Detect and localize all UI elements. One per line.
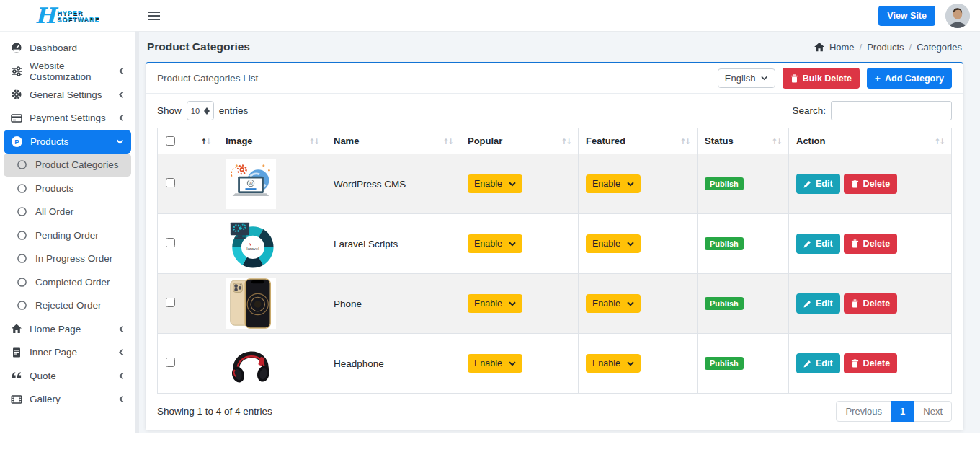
status-badge: Publish	[705, 237, 744, 250]
circle-outline-icon	[16, 182, 28, 195]
breadcrumb-separator: /	[909, 42, 912, 53]
column-header-name[interactable]: Name↑↓	[326, 128, 460, 154]
brand-logo[interactable]: H HYPER SOFTWARE	[0, 0, 135, 32]
sidebar-item-general-settings[interactable]: General Settings	[0, 83, 135, 107]
column-header-image[interactable]: Image↑↓	[218, 128, 326, 154]
show-label: Show	[157, 105, 182, 116]
delete-button[interactable]: Delete	[844, 353, 898, 373]
sidebar-item-website-customization[interactable]: Website Customization	[0, 60, 135, 84]
sidebar-item-inner-page[interactable]: Inner Page	[0, 341, 135, 365]
pagination-previous[interactable]: Previous	[836, 401, 891, 422]
delete-button[interactable]: Delete	[844, 174, 898, 194]
sort-icon: ↑↓	[561, 137, 571, 146]
sidebar-item-products-sub[interactable]: Products	[0, 177, 135, 200]
bulk-delete-label: Bulk Delete	[803, 74, 852, 84]
category-name: Laravel Scripts	[326, 214, 460, 274]
pencil-icon	[803, 360, 811, 368]
table-footer: Showing 1 to 4 of 4 entries Previous 1 N…	[157, 401, 952, 422]
circle-outline-icon	[16, 276, 28, 288]
trash-icon	[851, 299, 859, 308]
sort-icon[interactable]: ↑↓	[200, 137, 210, 146]
pagination-page-1[interactable]: 1	[891, 401, 914, 422]
film-icon	[10, 393, 22, 405]
chevron-down-icon	[627, 301, 634, 306]
chevron-down-icon	[116, 138, 124, 145]
view-site-button[interactable]: View Site	[878, 6, 935, 26]
chevron-down-icon	[509, 242, 516, 247]
featured-select[interactable]: Enable	[586, 234, 641, 253]
sidebar-item-label: Rejected Order	[35, 300, 102, 311]
category-image-laravel-scripts: laravel	[226, 218, 276, 269]
sidebar-item-home-page[interactable]: Home Page	[0, 317, 135, 341]
sort-icon: ↑↓	[934, 137, 944, 146]
sidebar-item-dashboard[interactable]: Dashboard	[0, 36, 135, 60]
breadcrumb: Home / Products / Categories	[814, 42, 962, 53]
bulk-delete-button[interactable]: Bulk Delete	[783, 68, 860, 89]
sidebar-item-rejected-order[interactable]: Rejected Order	[0, 294, 135, 318]
chevron-down-icon	[509, 301, 516, 306]
hamburger-menu-icon[interactable]	[147, 9, 161, 23]
sidebar-item-label: Pending Order	[35, 230, 99, 241]
brand-line2: SOFTWARE	[57, 17, 99, 23]
page-size-select[interactable]: 10	[187, 101, 214, 120]
popular-select[interactable]: Enable	[468, 354, 522, 373]
user-avatar[interactable]	[945, 4, 970, 28]
sidebar-item-label: Home Page	[30, 324, 81, 335]
featured-select[interactable]: Enable	[586, 174, 641, 193]
delete-button[interactable]: Delete	[844, 293, 898, 314]
sidebar-item-products[interactable]: P Products	[4, 130, 131, 154]
select-all-checkbox[interactable]	[166, 136, 175, 146]
featured-select[interactable]: Enable	[586, 294, 641, 313]
popular-select[interactable]: Enable	[468, 174, 522, 193]
page-background	[135, 433, 980, 465]
edit-button[interactable]: Edit	[796, 293, 840, 314]
categories-table: ↑↓ Image↑↓ Name↑↓ Popular↑↓ Featured↑↓ S…	[157, 128, 952, 394]
column-header-popular[interactable]: Popular↑↓	[460, 128, 579, 154]
sidebar-item-payment-settings[interactable]: Payment Settings	[0, 107, 135, 130]
sidebar-item-completed-order[interactable]: Completed Order	[0, 270, 135, 294]
row-checkbox[interactable]	[166, 358, 175, 367]
page-title: Product Categories	[147, 40, 250, 53]
breadcrumb-separator: /	[860, 42, 863, 53]
updown-arrows-icon	[204, 107, 210, 115]
row-checkbox[interactable]	[166, 178, 175, 187]
row-checkbox[interactable]	[166, 238, 175, 247]
column-header-status[interactable]: Status↑↓	[698, 128, 789, 154]
card-header: Product Categories List English Bulk Del…	[146, 63, 963, 94]
main-content: Product Categories Home / Products / Cat…	[135, 32, 980, 433]
delete-button[interactable]: Delete	[844, 234, 898, 254]
sidebar-item-product-categories[interactable]: Product Categories	[4, 154, 131, 177]
sliders-icon	[10, 65, 22, 77]
sidebar-item-quote[interactable]: Quote	[0, 364, 135, 388]
brand-monogram: H	[35, 5, 55, 27]
breadcrumb-products[interactable]: Products	[867, 42, 904, 53]
column-header-featured[interactable]: Featured↑↓	[579, 128, 698, 154]
card-title: Product Categories List	[157, 73, 258, 84]
sidebar-item-gallery[interactable]: Gallery	[0, 388, 135, 412]
edit-button[interactable]: Edit	[796, 353, 840, 373]
trash-icon	[851, 359, 859, 368]
column-header-action[interactable]: Action↑↓	[789, 128, 952, 154]
add-category-button[interactable]: + Add Category	[867, 68, 952, 89]
sidebar-item-all-order[interactable]: All Order	[0, 200, 135, 224]
popular-select[interactable]: Enable	[468, 234, 522, 253]
pagination-next[interactable]: Next	[914, 401, 952, 422]
featured-select[interactable]: Enable	[586, 354, 641, 373]
chevron-down-icon	[627, 361, 634, 366]
sidebar-item-in-progress-order[interactable]: In Progress Order	[0, 247, 135, 271]
trash-icon	[851, 180, 859, 188]
search-label: Search:	[792, 105, 826, 116]
row-checkbox[interactable]	[166, 298, 175, 307]
search-input[interactable]	[831, 101, 952, 120]
breadcrumb-home[interactable]: Home	[829, 42, 855, 53]
showing-entries-text: Showing 1 to 4 of 4 entries	[157, 406, 272, 417]
sidebar-item-label: Website Customization	[30, 61, 111, 82]
sidebar-item-pending-order[interactable]: Pending Order	[0, 223, 135, 247]
table-row: Phone Enable Enable	[158, 274, 952, 334]
edit-button[interactable]: Edit	[796, 174, 840, 194]
edit-button[interactable]: Edit	[796, 234, 840, 254]
card-body: Show 10 entries Search:	[146, 94, 963, 430]
chevron-left-icon	[118, 325, 125, 333]
language-select[interactable]: English	[718, 68, 775, 88]
popular-select[interactable]: Enable	[468, 294, 522, 313]
